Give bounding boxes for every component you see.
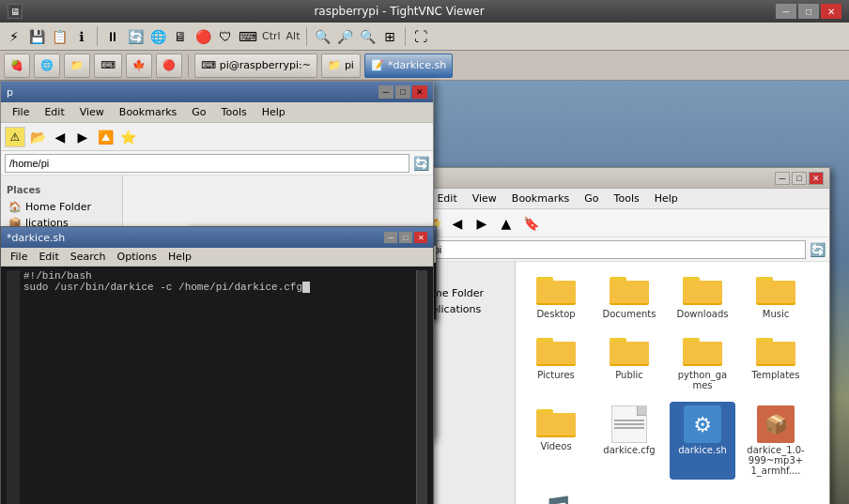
fm-menu-view[interactable]: View: [465, 191, 504, 206]
editor-menu-tools[interactable]: Tools: [214, 104, 255, 120]
file-item-darkice-sh[interactable]: ⚙ darkice.sh: [670, 402, 735, 480]
fm-up-btn[interactable]: ▲: [495, 212, 517, 235]
back-icon[interactable]: ◀: [50, 127, 70, 147]
file-item-desktop[interactable]: Desktop: [523, 269, 589, 323]
taskbar-maple-btn[interactable]: 🍁: [126, 53, 152, 78]
editor-menu-bookmarks[interactable]: Bookmarks: [112, 104, 184, 120]
fullscreen-icon[interactable]: ⛶: [410, 26, 431, 47]
menu-edit[interactable]: Edit: [33, 249, 64, 265]
copy-icon[interactable]: 📋: [49, 26, 69, 47]
location-input[interactable]: [5, 154, 409, 173]
editor-menu-file[interactable]: File: [5, 104, 37, 120]
file-item-templates[interactable]: Templates: [743, 330, 809, 394]
pause-icon[interactable]: ⏸: [102, 26, 123, 47]
zoom-out-icon[interactable]: 🔍: [357, 26, 378, 47]
terminal-icon[interactable]: 🖥: [170, 26, 191, 47]
svg-rect-8: [683, 281, 722, 303]
close-button[interactable]: ✕: [821, 4, 841, 19]
minimize-button[interactable]: ─: [776, 4, 796, 19]
forward-icon[interactable]: ▶: [72, 127, 93, 147]
places-label: Places: [5, 183, 118, 197]
bug-icon[interactable]: 🔴: [193, 26, 213, 47]
taskbar-folder-btn[interactable]: 📁: [64, 53, 90, 78]
taskbar-browser-btn[interactable]: 🌐: [34, 53, 60, 78]
taskbar-security-btn[interactable]: 🔴: [156, 53, 182, 78]
fm-minimize-btn[interactable]: ─: [775, 172, 790, 185]
file-item-darkice-cfg[interactable]: darkice.cfg: [596, 402, 662, 480]
fm-close-btn[interactable]: ✕: [809, 172, 824, 185]
file-item-videos[interactable]: Videos: [523, 402, 589, 480]
file-item-downloads[interactable]: Downloads: [670, 269, 735, 323]
editor-close-btn[interactable]: ✕: [412, 85, 427, 99]
svg-rect-26: [536, 413, 576, 435]
fm-location-icon[interactable]: 🔄: [810, 242, 826, 257]
fm-menu-go[interactable]: Go: [577, 191, 606, 206]
file-item-documents[interactable]: Documents: [596, 269, 662, 323]
shield-icon[interactable]: 🛡: [215, 26, 236, 47]
file-item-pictures[interactable]: Pictures: [523, 330, 589, 394]
bash-editor-maximize-btn[interactable]: □: [399, 232, 412, 243]
taskbar-terminal-btn[interactable]: ⌨: [94, 53, 122, 78]
fm-menu-tools[interactable]: Tools: [607, 191, 647, 206]
menu-file[interactable]: File: [5, 249, 33, 265]
bash-editor-close-btn[interactable]: ✕: [414, 232, 427, 243]
file-item-public[interactable]: Public: [596, 330, 662, 394]
scrollbar[interactable]: [416, 270, 427, 504]
fm-forward-btn[interactable]: ▶: [471, 212, 493, 235]
bookmark-icon[interactable]: ⭐: [117, 127, 138, 147]
file-item-music[interactable]: Music: [743, 269, 809, 323]
fm-maximize-btn[interactable]: □: [792, 172, 807, 185]
fm-menu-bookmarks[interactable]: Bookmarks: [504, 191, 577, 206]
taskbar-terminal-window[interactable]: ⌨ pi@raspberrypi:~: [194, 53, 317, 78]
editor-minimize-btn[interactable]: ─: [378, 85, 394, 99]
zoom-fit-icon[interactable]: ⊞: [379, 26, 400, 47]
taskbar-raspi-icon[interactable]: 🍓: [4, 53, 30, 78]
editor-menu-help[interactable]: Help: [255, 104, 293, 120]
svg-rect-11: [756, 281, 795, 303]
up-icon[interactable]: 🔼: [95, 127, 116, 147]
svg-rect-5: [610, 281, 649, 303]
info-icon[interactable]: ℹ: [71, 26, 92, 47]
power-icon[interactable]: ⚡: [4, 26, 24, 47]
file-item-temp-wav[interactable]: 🎵 temp.wav: [523, 487, 589, 504]
search-icon[interactable]: 🔍: [312, 26, 332, 47]
bash-editor-title: *darkice.sh: [7, 232, 65, 244]
editor-menu-edit[interactable]: Edit: [37, 104, 71, 120]
sidebar-home-folder[interactable]: 🏠 Home Folder: [5, 199, 118, 215]
save-icon[interactable]: 💾: [26, 26, 47, 47]
editor-menu-go[interactable]: Go: [184, 104, 213, 120]
editor-toolbar: ⚠ 📂 ◀ ▶ 🔼 ⭐: [1, 123, 433, 151]
zoom-in-icon[interactable]: 🔎: [334, 26, 355, 47]
fm-files-area: Desktop Documents Down: [516, 262, 829, 504]
script-line-1: #!/bin/bash: [23, 270, 416, 282]
refresh-icon[interactable]: 🔄: [125, 26, 146, 47]
menu-search[interactable]: Search: [65, 249, 112, 265]
taskbar-darkice-window[interactable]: 📝 *darkice.sh: [364, 53, 453, 78]
fm-back-btn[interactable]: ◀: [446, 212, 469, 235]
fm-menu-edit[interactable]: Edit: [429, 191, 464, 206]
file-item-python-games[interactable]: python_games: [670, 330, 735, 394]
menu-help[interactable]: Help: [162, 249, 197, 265]
file-item-darkice-deb[interactable]: 📦 darkice_1.0-999~mp3+1_armhf....: [743, 402, 809, 480]
fm-controls: ─ □ ✕: [775, 172, 824, 185]
bash-editor-minimize-btn[interactable]: ─: [384, 232, 397, 243]
fm-menubar: File Edit View Bookmarks Go Tools Help: [394, 189, 829, 209]
fm-bookmark-btn[interactable]: 🔖: [519, 212, 542, 235]
bash-editor-menubar: File Edit Search Options Help: [1, 248, 433, 267]
editor-maximize-btn[interactable]: □: [395, 85, 410, 99]
editor-title: p: [7, 86, 13, 99]
package-file-icon: 📦: [757, 405, 795, 443]
fm-path-input[interactable]: [397, 240, 806, 259]
taskbar-files-window[interactable]: 📁 pi: [321, 53, 361, 78]
open-icon[interactable]: 📂: [27, 127, 48, 147]
editor-menu-view[interactable]: View: [72, 104, 112, 120]
menu-options[interactable]: Options: [112, 249, 162, 265]
taskbar: 🍓 🌐 📁 ⌨ 🍁 🔴 ⌨ pi@raspberrypi:~ 📁 pi 📝 *d…: [0, 51, 849, 81]
folder-icon-desktop: [536, 273, 576, 307]
app-icon: 🖥: [8, 4, 23, 19]
restore-button[interactable]: □: [798, 4, 819, 19]
cmd-icon[interactable]: ⌨: [238, 26, 258, 47]
network-icon[interactable]: 🌐: [147, 26, 168, 47]
location-refresh-icon[interactable]: 🔄: [413, 156, 429, 171]
fm-menu-help[interactable]: Help: [647, 191, 686, 206]
